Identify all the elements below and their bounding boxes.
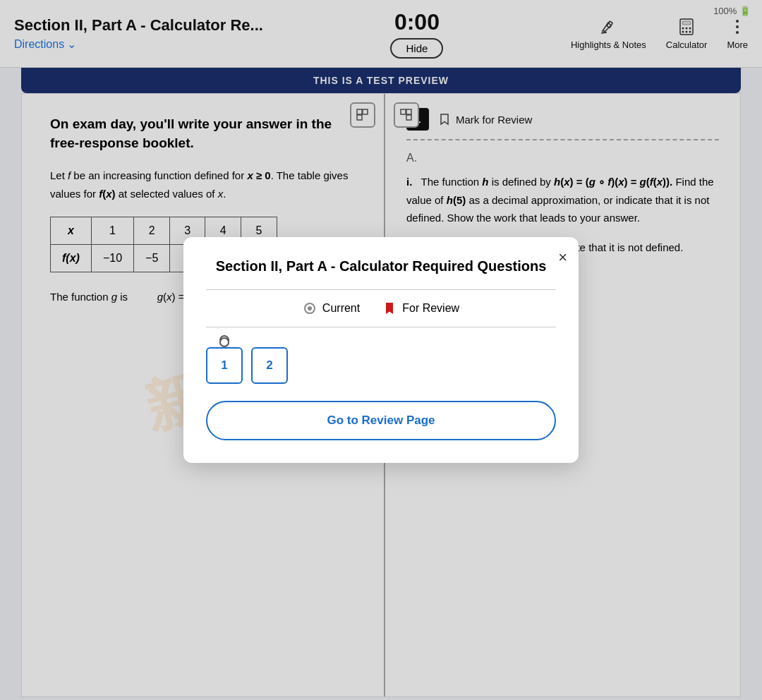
modal-title: Section II, Part A - Calculator Required… bbox=[206, 257, 556, 275]
question-box-1[interactable]: 1 bbox=[206, 347, 243, 384]
review-bookmark-icon bbox=[382, 301, 397, 315]
modal-divider-top bbox=[206, 289, 556, 290]
question-1-wrapper: 1 bbox=[206, 347, 243, 384]
legend-current: Current bbox=[303, 301, 360, 315]
modal-overlay[interactable]: × Section II, Part A - Calculator Requir… bbox=[0, 0, 762, 700]
modal-divider-bottom bbox=[206, 327, 556, 327]
question-grid: 1 2 bbox=[206, 339, 556, 401]
question-navigator-modal: × Section II, Part A - Calculator Requir… bbox=[183, 237, 579, 463]
legend-review: For Review bbox=[382, 301, 459, 315]
legend-row: Current For Review bbox=[206, 301, 556, 315]
go-to-review-button[interactable]: Go to Review Page bbox=[206, 401, 556, 440]
current-location-icon bbox=[303, 301, 317, 315]
modal-close-button[interactable]: × bbox=[558, 248, 567, 267]
svg-point-20 bbox=[308, 306, 312, 310]
question-box-2[interactable]: 2 bbox=[251, 347, 288, 384]
